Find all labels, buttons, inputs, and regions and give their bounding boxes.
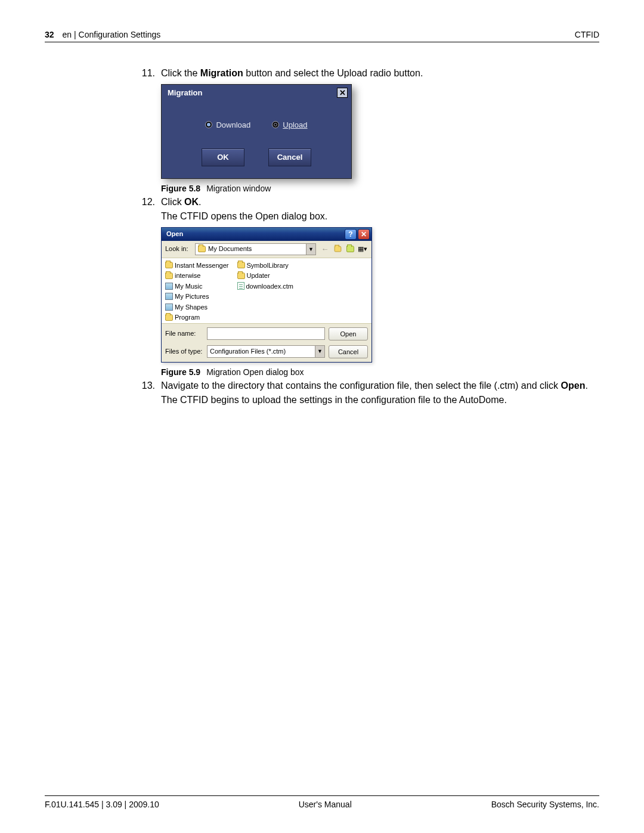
footer-left: F.01U.141.545 | 3.09 | 2009.10 <box>45 800 159 809</box>
list-item[interactable]: Instant Messenger <box>165 261 229 271</box>
folder-icon <box>198 246 206 252</box>
new-folder-icon[interactable] <box>345 244 355 255</box>
list-item[interactable]: Updater <box>237 271 294 281</box>
fig59-label: Figure 5.9 <box>161 367 200 377</box>
footer-right: Bosch Security Systems, Inc. <box>491 800 599 809</box>
fig58-label: Figure 5.8 <box>161 184 200 193</box>
open-help-button[interactable]: ? <box>345 229 357 240</box>
filename-label: File name: <box>165 329 203 339</box>
step-11-text-pre: Click the <box>161 68 200 78</box>
download-radio[interactable]: Download <box>205 119 250 131</box>
list-item[interactable]: SymbolLibrary <box>237 261 294 271</box>
step-13-line1-pre: Navigate to the directory that contains … <box>161 380 561 391</box>
shapes-folder-icon <box>165 304 173 311</box>
chevron-down-icon: ▼ <box>315 346 324 357</box>
step-12-line1-bold: OK <box>184 197 199 207</box>
chevron-down-icon: ▼ <box>306 244 315 255</box>
step-13-line2: The CTFID begins to upload the settings … <box>161 393 599 407</box>
step-13-line1-post: . <box>585 380 587 391</box>
radio-dot-unchecked-icon <box>272 121 279 128</box>
folder-icon <box>237 272 245 279</box>
step-11-number: 11. <box>137 66 155 80</box>
step-12-line1-pre: Click <box>161 197 184 207</box>
view-menu-icon[interactable]: ▦▾ <box>357 244 368 255</box>
open-button[interactable]: Open <box>329 327 368 340</box>
step-12-line1-post: . <box>199 197 201 207</box>
filetype-label: Files of type: <box>165 346 203 357</box>
step-11: 11. Click the Migration button and selec… <box>137 66 599 80</box>
list-item[interactable]: My Music <box>165 281 229 292</box>
folder-icon <box>165 262 173 268</box>
pictures-folder-icon <box>165 293 173 300</box>
migration-dialog: Migration ✕ Download Upload OK Cancel <box>161 84 352 179</box>
upload-radio[interactable]: Upload <box>272 119 307 131</box>
lookin-label: Look in: <box>165 244 191 254</box>
open-dialog: Open ? ✕ Look in: My Documents ▼ <box>161 227 372 363</box>
migration-cancel-button[interactable]: Cancel <box>268 148 311 166</box>
list-item[interactable]: Program <box>165 312 229 323</box>
step-12-line2: The CTFID opens the Open dialog box. <box>161 209 599 224</box>
step-12-number: 12. <box>137 195 155 224</box>
filetype-value: Configuration Files (*.ctm) <box>210 346 286 357</box>
cancel-button[interactable]: Cancel <box>329 345 368 358</box>
open-dialog-title: Open <box>166 229 183 239</box>
step-11-text-post: button and select the Upload radio butto… <box>243 68 423 78</box>
lookin-value: My Documents <box>208 244 252 254</box>
migration-close-button[interactable]: ✕ <box>337 88 348 98</box>
header-product: CTFID <box>575 30 599 39</box>
list-item[interactable]: downloadex.ctm <box>237 281 294 292</box>
page-footer: F.01U.141.545 | 3.09 | 2009.10 User's Ma… <box>45 795 599 809</box>
step-13-number: 13. <box>137 379 155 407</box>
fig58-caption: Migration window <box>206 184 271 193</box>
folder-icon <box>237 262 245 268</box>
header-section: en | Configuration Settings <box>63 30 161 39</box>
file-list[interactable]: Instant Messenger interwise My Music My … <box>162 258 371 324</box>
page-number: 32 <box>45 30 54 39</box>
radio-dot-checked-icon <box>205 121 212 128</box>
music-folder-icon <box>165 283 173 290</box>
lookin-dropdown[interactable]: My Documents ▼ <box>195 243 316 255</box>
step-13-line1-bold: Open <box>561 380 586 391</box>
download-radio-label: Download <box>216 119 250 131</box>
list-item[interactable]: My Pictures <box>165 292 229 302</box>
up-one-level-icon[interactable] <box>332 244 343 255</box>
step-12: 12. Click OK. The CTFID opens the Open d… <box>137 195 599 224</box>
footer-center: User's Manual <box>299 800 352 809</box>
ctm-file-icon <box>237 282 244 290</box>
list-item[interactable]: My Shapes <box>165 302 229 312</box>
step-13: 13. Navigate to the directory that conta… <box>137 379 599 407</box>
step-11-text-bold: Migration <box>200 68 243 78</box>
filetype-dropdown[interactable]: Configuration Files (*.ctm) ▼ <box>207 345 325 358</box>
header-rule <box>45 42 599 42</box>
filename-input[interactable] <box>207 327 325 340</box>
migration-ok-button[interactable]: OK <box>202 148 244 166</box>
migration-title: Migration <box>168 87 203 99</box>
folder-icon <box>165 314 173 321</box>
back-icon[interactable]: ← <box>320 244 330 255</box>
upload-radio-label: Upload <box>283 119 307 131</box>
fig59-caption: Migration Open dialog box <box>206 367 304 377</box>
list-item[interactable]: interwise <box>165 271 229 281</box>
open-close-button[interactable]: ✕ <box>358 229 370 240</box>
folder-icon <box>165 272 173 279</box>
